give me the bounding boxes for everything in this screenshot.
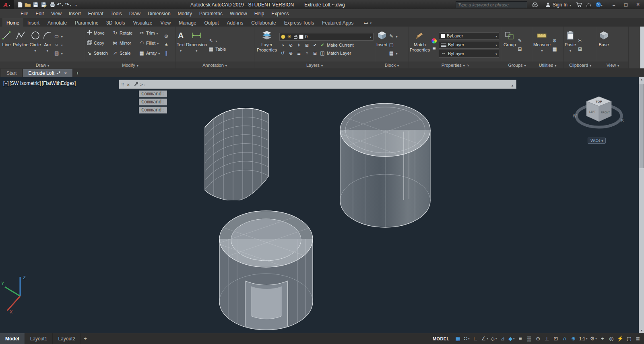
match-layer-button[interactable]: ◫Match Layer [320,50,351,57]
layer-on-button[interactable]: ✔ [312,42,318,48]
layer-new-button[interactable]: ⊕ [287,50,294,56]
layer-states-button[interactable]: ≣ [295,50,302,56]
layer-unisolate-button[interactable]: ○ [303,50,310,56]
menu-item-express[interactable]: Express [268,10,292,18]
viewcube-top-face[interactable]: TOP [596,100,603,103]
menu-item-file[interactable]: File [17,10,32,18]
recent-commands-button[interactable]: > [140,82,145,87]
viewcube-front-face[interactable]: FRONT [601,111,610,114]
panel-label-draw[interactable]: Draw [0,62,85,68]
layer-select-dropdown[interactable]: ☀ 0 [279,33,374,41]
panel-label-block[interactable]: Block [375,62,409,68]
undo-caret-icon[interactable] [62,2,63,8]
status-annotation-scale[interactable]: 1:1▾ [578,334,589,344]
color-wheel-button[interactable] [431,37,438,44]
layer-merge-button[interactable]: ⊞ [312,50,318,56]
base-button[interactable]: Base [599,28,609,62]
status-dynamic-input[interactable]: ⊡ [551,334,560,344]
open-button[interactable] [25,1,31,8]
menu-item-tools[interactable]: Tools [107,10,126,18]
manage-attributes-button[interactable]: ▤ [389,50,398,57]
panel-label-annotation[interactable]: Annotation [175,62,254,68]
status-workspace-switching[interactable]: ⚙▾ [589,334,598,344]
lineweight-dropdown[interactable]: ByLayer [439,41,499,49]
ribbon-tab-collaborate[interactable]: Collaborate [247,18,280,27]
new-drawing-button[interactable] [17,1,23,8]
layer-freeze-button[interactable]: ☀ [295,42,302,48]
scale-button[interactable]: ↗Scale [112,49,139,56]
panel-label-properties[interactable]: Properties↘ [409,62,502,68]
layout-tab-layout2[interactable]: Layout2 [53,333,81,344]
copy-button[interactable]: Copy [87,39,112,46]
dimension-button[interactable]: Dimension [186,28,207,62]
explode-button[interactable]: ∗ [163,41,169,48]
status-clean-screen[interactable]: ▢ [625,334,634,344]
quick-select-button[interactable]: ⊕ [552,37,557,44]
ellipse-button[interactable]: ○ [54,41,63,48]
ribbon-tab-featured-apps[interactable]: Featured Apps [318,18,357,27]
layer-previous-button[interactable]: ↺ [279,50,286,56]
insert-button[interactable]: Insert [376,28,388,62]
circle-button[interactable]: Circle [30,28,41,62]
layer-lock-button[interactable]: ⊠ [303,42,310,48]
object-color-dropdown[interactable]: ByLayer [439,32,499,40]
copy-clip-button[interactable]: ⊞ [577,45,583,52]
solid-extruded-arc-surface[interactable] [202,102,271,200]
quick-calculator-button[interactable]: ▦ [552,45,557,52]
panel-label-groups[interactable]: Groups [502,62,532,68]
redo-caret-icon[interactable] [70,2,71,8]
status-transparency[interactable]: ▒ [525,334,534,344]
menu-item-view[interactable]: View [47,10,65,18]
viewport-visual-style-control[interactable]: [FlatWithEdges] [42,80,76,86]
menu-item-parametric[interactable]: Parametric [196,10,226,18]
ribbon-tab-annotate[interactable]: Annotate [43,18,71,27]
measure-dropdown-icon[interactable] [541,48,543,53]
scroll-up-icon[interactable] [639,78,644,81]
autodesk-exchange-icon[interactable] [586,2,592,7]
model-space-toggle[interactable]: MODEL [429,336,454,341]
drawing-area[interactable]: [−] [SW Isometric] [FlatWithEdges] > Com… [0,77,644,333]
scrollbar-thumb[interactable] [640,84,644,168]
viewcube-left-face[interactable]: LEFT [589,110,596,113]
layer-isolate-button[interactable]: ⊘ [287,42,294,48]
view-cube[interactable]: TOP LEFT FRONT W S [572,92,625,134]
layout-tab-layout1[interactable]: Layout1 [25,333,53,344]
rectangle-button[interactable]: ▭ [54,33,63,40]
menu-item-window[interactable]: Window [226,10,251,18]
menu-item-modify[interactable]: Modify [174,10,196,18]
viewport-menu-control[interactable]: [−] [3,80,9,86]
status-object-snap-tracking[interactable]: ⊿ [498,334,507,344]
ribbon-tab-insert[interactable]: Insert [23,18,43,27]
status-graphics-performance[interactable]: ⚡ [616,334,625,344]
status-polar-tracking[interactable]: ∠▾ [480,334,489,344]
circle-dropdown-icon[interactable] [35,48,36,53]
status-isometric-drafting[interactable]: ◇▾ [489,334,498,344]
rotate-button[interactable]: ↻Rotate [112,29,139,36]
leader-button[interactable]: ↖ [208,37,226,44]
panel-label-modify[interactable]: Modify [85,62,175,68]
new-layout-button[interactable]: + [81,333,90,344]
menu-item-format[interactable]: Format [85,10,107,18]
status-snap-mode[interactable]: ∷▾ [462,334,471,344]
panel-label-layers[interactable]: Layers [254,62,375,68]
redo-button[interactable]: ↷ [65,1,71,8]
new-drawing-tab-button[interactable]: + [73,69,82,77]
menu-item-dimension[interactable]: Dimension [144,10,174,18]
trim-button[interactable]: ✂Trim [139,29,162,36]
text-button[interactable]: A Text [177,28,185,62]
status-selection-cycling[interactable]: ⊙ [534,334,543,344]
mirror-button[interactable]: ⋈Mirror [112,39,139,46]
command-line-customize-icon[interactable] [133,81,138,88]
line-button[interactable]: Line [1,28,12,62]
text-dropdown-icon[interactable] [180,48,182,53]
file-tab-start[interactable]: Start [1,69,22,77]
ribbon-tab-manage[interactable]: Manage [175,18,200,27]
maximize-button[interactable]: ▢ [620,0,632,9]
save-button[interactable] [33,1,39,8]
status-ortho-mode[interactable]: ∟ [471,334,480,344]
ribbon-tab-output[interactable]: Output [200,18,223,27]
viewcube-compass-south[interactable]: S [621,119,624,123]
close-tab-icon[interactable] [64,71,67,75]
status-auto-annotation-scale[interactable]: ⊕ [569,334,578,344]
help-button[interactable]: ? [596,2,603,8]
